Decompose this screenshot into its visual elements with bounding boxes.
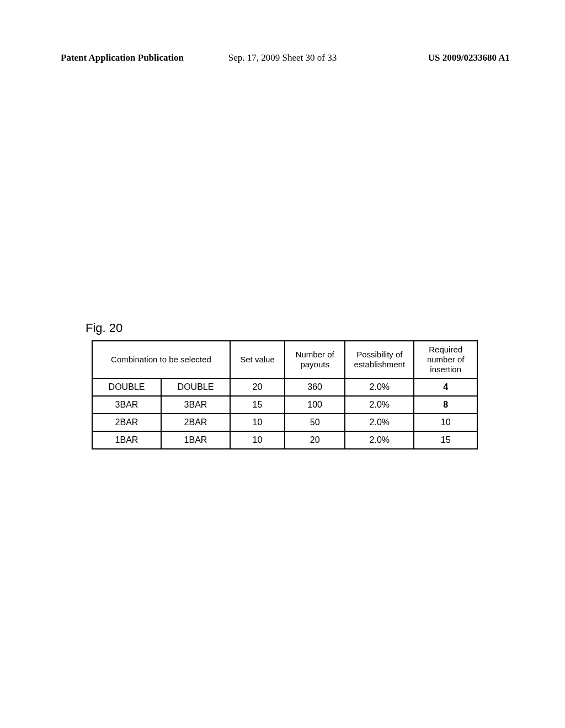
cell-required: 10 — [414, 414, 477, 431]
th-combination: Combination to be selected — [92, 341, 230, 378]
cell-combo2: DOUBLE — [161, 378, 230, 396]
cell-num-payouts: 360 — [285, 378, 345, 396]
table-row: DOUBLE DOUBLE 20 360 2.0% 4 — [92, 378, 477, 396]
table-row: 1BAR 1BAR 10 20 2.0% 15 — [92, 431, 477, 449]
cell-possibility: 2.0% — [345, 431, 414, 449]
cell-required: 4 — [414, 378, 477, 396]
table-row: 3BAR 3BAR 15 100 2.0% 8 — [92, 396, 477, 414]
header-right: US 2009/0233680 A1 — [428, 52, 510, 63]
figure-table: Combination to be selected Set value Num… — [92, 340, 478, 449]
cell-combo1: DOUBLE — [92, 378, 161, 396]
cell-combo1: 2BAR — [92, 414, 161, 431]
cell-combo2: 1BAR — [161, 431, 230, 449]
page-header: Patent Application Publication Sep. 17, … — [0, 52, 565, 63]
th-num-payouts: Number of payouts — [285, 341, 345, 378]
th-set-value: Set value — [230, 341, 285, 378]
cell-combo1: 3BAR — [92, 396, 161, 414]
cell-num-payouts: 50 — [285, 414, 345, 431]
cell-possibility: 2.0% — [345, 378, 414, 396]
cell-possibility: 2.0% — [345, 414, 414, 431]
figure-label: Fig. 20 — [86, 321, 122, 335]
cell-num-payouts: 100 — [285, 396, 345, 414]
header-center: Sep. 17, 2009 Sheet 30 of 33 — [228, 52, 337, 63]
cell-required: 8 — [414, 396, 477, 414]
table-header-row: Combination to be selected Set value Num… — [92, 341, 477, 378]
payout-table: Combination to be selected Set value Num… — [92, 340, 478, 449]
cell-set-value: 15 — [230, 396, 285, 414]
cell-set-value: 20 — [230, 378, 285, 396]
table-row: 2BAR 2BAR 10 50 2.0% 10 — [92, 414, 477, 431]
cell-possibility: 2.0% — [345, 396, 414, 414]
cell-required: 15 — [414, 431, 477, 449]
cell-num-payouts: 20 — [285, 431, 345, 449]
cell-combo1: 1BAR — [92, 431, 161, 449]
th-required: Required number of insertion — [414, 341, 477, 378]
cell-set-value: 10 — [230, 431, 285, 449]
th-possibility: Possibility of establishment — [345, 341, 414, 378]
cell-combo2: 3BAR — [161, 396, 230, 414]
cell-set-value: 10 — [230, 414, 285, 431]
cell-combo2: 2BAR — [161, 414, 230, 431]
header-left: Patent Application Publication — [61, 52, 184, 63]
